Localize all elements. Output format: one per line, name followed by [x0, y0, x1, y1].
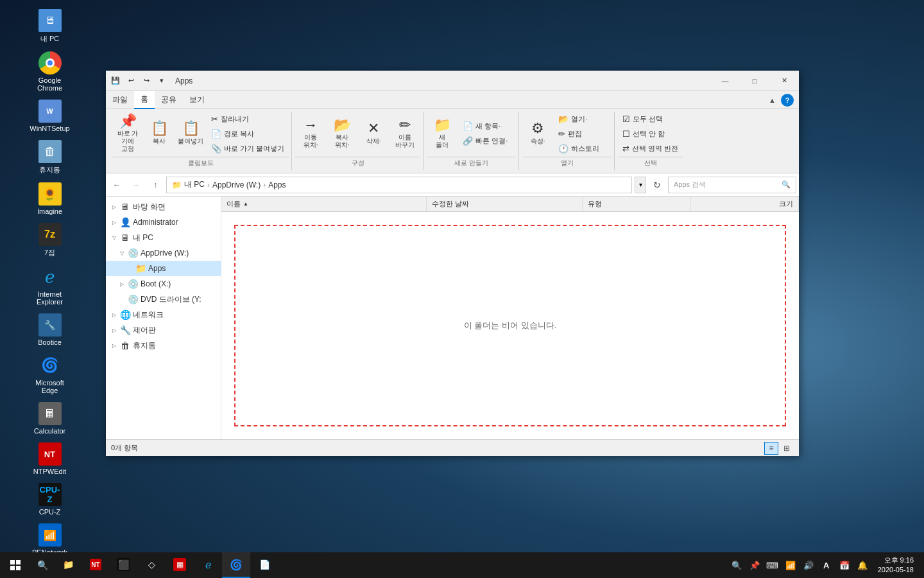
col-name[interactable]: 이름 ▲ [221, 197, 427, 211]
tray-network[interactable]: 📶 [783, 556, 798, 575]
tray-search[interactable]: 🔍 [729, 556, 744, 575]
open-buttons: ⚙ 속성· 📂 열기· ✏ 편집 🕐 [522, 112, 612, 155]
nav-desktop[interactable]: ▷ 🖥 바탕 화면 [106, 199, 221, 215]
taskbar-items: 📁 NT ⬛ ◇ ▦ ℯ 🌀 📄 [54, 552, 724, 578]
taskbar-ie[interactable]: ℯ [194, 552, 222, 578]
expand-icon: ▷ [119, 281, 125, 287]
taskbar-pen[interactable]: ◇ [137, 552, 166, 578]
nav-administrator[interactable]: ▷ 👤 Administrator [106, 215, 221, 230]
winntsetup-label: WinNTSetup [30, 125, 69, 132]
select-all-btn[interactable]: ☑ 모두 선택 [618, 112, 683, 126]
nav-network[interactable]: ▷ 🌐 네트워크 [106, 307, 221, 322]
move-to-btn[interactable]: → 이동위치· [295, 117, 326, 150]
tray-keyboard[interactable]: ⌨ [765, 556, 780, 575]
taskbar-search-button[interactable]: 🔍 [31, 552, 54, 578]
copy-to-btn[interactable]: 📂 복사위치· [327, 117, 357, 150]
nav-dvd[interactable]: 💿 DVD 드라이브 (Y: [106, 292, 221, 307]
taskbar-file2[interactable]: 📄 [250, 552, 278, 578]
open-btn[interactable]: 📂 열기· [554, 112, 612, 126]
details-view-btn[interactable]: ≡ [764, 442, 778, 455]
desktop-icon-mypc[interactable]: 🖥 내 PC [24, 5, 76, 48]
expand-icon: ▷ [111, 204, 117, 210]
taskbar-file-explorer[interactable]: 📁 [54, 552, 82, 578]
cut-btn[interactable]: ✂ 잘라내기 [207, 112, 289, 126]
desktop-icon-calculator[interactable]: 🖩 Calculator [24, 398, 76, 439]
taskbar-qdir[interactable]: ▦ [166, 552, 194, 578]
desktop-icon-cpuz[interactable]: CPU-Z CPU-Z [24, 479, 76, 520]
nav-boot[interactable]: ▷ 💿 Boot (X:) [106, 276, 221, 292]
tray-notification[interactable]: 🔔 [855, 556, 870, 575]
col-type[interactable]: 유형 [583, 197, 690, 211]
help-button[interactable]: ? [781, 94, 794, 107]
undo-quick-btn[interactable]: ↩ [124, 74, 138, 88]
desktop-icon-ie[interactable]: ℯ Internet Explorer [24, 261, 76, 310]
address-dropdown-btn[interactable]: ▾ [635, 177, 646, 193]
rename-btn[interactable]: ✏ 이름바꾸기 [389, 117, 420, 150]
edit-btn[interactable]: ✏ 편집 [554, 127, 612, 141]
tray-calendar[interactable]: 📅 [837, 556, 852, 575]
desktop-icon-edge[interactable]: 🌀 Microsoft Edge [24, 350, 76, 398]
paste-shortcut-btn[interactable]: 📎 바로 가기 붙여넣기 [207, 141, 289, 155]
properties-btn[interactable]: ⚙ 속성· [522, 117, 553, 150]
pin-label: 바로 가기에고정 [114, 130, 141, 153]
nav-mypc[interactable]: ▽ 🖥 내 PC [106, 230, 221, 245]
pin-to-quick-btn[interactable]: 📌 바로 가기에고정 [112, 117, 143, 150]
nav-recyclebin[interactable]: ▷ 🗑 휴지통 [106, 338, 221, 353]
search-box[interactable]: Apps 검색 🔍 [668, 177, 796, 193]
paste-btn[interactable]: 📋 붙여넣기 [175, 117, 206, 150]
maximize-button[interactable]: □ [740, 71, 769, 91]
desktop-icon-chrome[interactable]: Google Chrome [24, 48, 76, 96]
delete-btn[interactable]: ✕ 삭제· [358, 117, 389, 150]
new-item-btn[interactable]: 📄 새 항목· [458, 119, 516, 134]
taskbar-cmd[interactable]: ⬛ [109, 552, 137, 578]
new-folder-btn[interactable]: 📁 새폴더 [427, 117, 458, 150]
redo-quick-btn[interactable]: ↪ [139, 74, 153, 88]
forward-button[interactable]: → [128, 177, 144, 193]
desktop-icon-bootice[interactable]: 🔧 Bootice [24, 310, 76, 350]
col-date[interactable]: 수정한 날짜 [427, 197, 583, 211]
desktop-icon-7zip[interactable]: 7z 7집 [24, 219, 76, 261]
refresh-button[interactable]: ↻ [649, 177, 665, 193]
start-button[interactable] [0, 552, 31, 578]
customize-quick-btn[interactable]: ▾ [155, 74, 169, 88]
desktop-icon-ntpwedit[interactable]: NT NTPWEdit [24, 439, 76, 479]
large-icons-view-btn[interactable]: ⊞ [780, 442, 794, 455]
nav-apps[interactable]: 📁 Apps [106, 261, 221, 276]
ribbon-select-group: ☑ 모두 선택 ☐ 선택 안 함 ⇄ 선택 영역 반전 선택 [615, 112, 685, 170]
menu-home[interactable]: 홈 [134, 91, 155, 109]
select-buttons: ☑ 모두 선택 ☐ 선택 안 함 ⇄ 선택 영역 반전 [618, 112, 683, 155]
back-button[interactable]: ← [108, 177, 125, 193]
system-clock[interactable]: 오후 9:16 2020-05-18 [873, 556, 919, 575]
col-size[interactable]: 크기 [691, 197, 799, 211]
copy-btn[interactable]: 📋 복사 [144, 117, 175, 150]
nav-controlpanel[interactable]: ▷ 🔧 제어판 [106, 322, 221, 338]
tray-volume[interactable]: 🔊 [801, 556, 816, 575]
desktop-icon-recycle[interactable]: 🗑 휴지통 [24, 136, 76, 179]
recycle-label: 휴지통 [39, 165, 60, 175]
save-quick-btn[interactable]: 💾 [108, 74, 123, 88]
select-none-btn[interactable]: ☐ 선택 안 함 [618, 127, 683, 141]
file-list[interactable]: 이름 ▲ 수정한 날짜 유형 크기 이 폴더는 비어 있습니다. [221, 197, 799, 439]
tray-pin[interactable]: 📌 [747, 556, 762, 575]
tray-ime[interactable]: A [819, 556, 834, 575]
menu-file[interactable]: 파일 [106, 91, 134, 109]
taskbar-edge[interactable]: 🌀 [222, 552, 250, 578]
collapse-ribbon-btn[interactable]: ▲ [764, 96, 781, 104]
menu-share[interactable]: 공유 [155, 91, 183, 109]
copy-path-btn[interactable]: 📄 경로 복사 [207, 127, 289, 141]
desktop-icon-imagine[interactable]: 🌻 Imagine [24, 179, 76, 219]
recyclebin-nav-icon: 🗑 [120, 340, 130, 351]
up-button[interactable]: ↑ [147, 177, 164, 193]
address-path[interactable]: 📁 내 PC › AppDrive (W:) › Apps [166, 177, 632, 193]
invert-selection-btn[interactable]: ⇄ 선택 영역 반전 [618, 141, 683, 155]
clipboard-group-label: 클립보드 [112, 157, 289, 168]
properties-label: 속성· [531, 137, 545, 146]
menu-view[interactable]: 보기 [183, 91, 211, 109]
desktop-icon-winntsetup[interactable]: W WinNTSetup [24, 96, 76, 136]
easy-access-btn[interactable]: 🔗 빠른 연결· [458, 134, 516, 148]
minimize-button[interactable]: — [710, 71, 740, 91]
close-button[interactable]: ✕ [769, 71, 799, 91]
taskbar-ntpwedit[interactable]: NT [82, 552, 109, 578]
nav-appdrive[interactable]: ▽ 💿 AppDrive (W:) [106, 245, 221, 261]
history-btn[interactable]: 🕐 히스토리 [554, 141, 612, 155]
